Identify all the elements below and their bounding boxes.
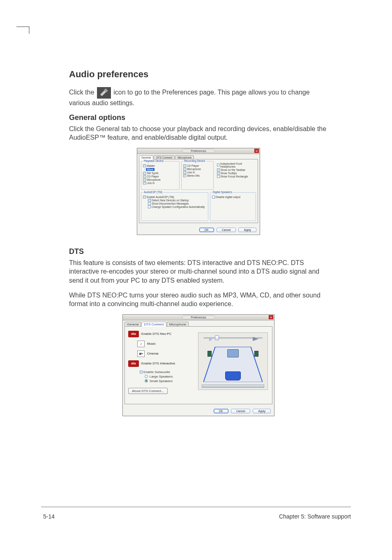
checkbox-recording-item[interactable]: Stereo Mix <box>183 174 212 177</box>
balance-slider[interactable] <box>203 335 263 340</box>
tabpanel-dts: dts Enable DTS Neo:PC ♪ Music ■• Cinema <box>125 326 272 404</box>
legend-audioesp: AudioESP (TM) <box>143 191 163 194</box>
paragraph-dts-1: This feature is consists of two elements… <box>69 258 328 285</box>
checkbox-change-speaker-config[interactable]: Change Speaker Configuration Automatical… <box>148 205 206 208</box>
window-title: Preferences <box>182 149 215 153</box>
checkbox-playback-item[interactable]: Master <box>143 164 178 167</box>
text-click-the: Click the <box>69 89 96 96</box>
about-dts-connect-button[interactable]: About DTS Connect... <box>128 388 168 394</box>
close-icon[interactable]: × <box>269 315 273 319</box>
tab-dts-connect[interactable]: DTS Connect <box>141 322 166 327</box>
slider-thumb[interactable] <box>215 335 219 340</box>
dts-neopc-icon: dts <box>128 331 139 337</box>
monitor-icon <box>227 349 239 357</box>
titlebar: Preferences × <box>123 315 274 320</box>
checkbox-playback-item[interactable]: Microphone <box>143 178 178 181</box>
preferences-dialog-1: Preferences × General DTS Connect Microp… <box>137 148 260 235</box>
checkbox-playback-item[interactable]: CD Player <box>143 175 178 178</box>
close-icon[interactable]: × <box>254 149 259 153</box>
figure-preferences-dts: Preferences × General DTS Connect Microp… <box>69 314 328 416</box>
preferences-dialog-2: Preferences × General DTS Connect Microp… <box>122 314 274 416</box>
window-title: Preferences <box>182 315 215 319</box>
label-enable-neo-pc: Enable DTS Neo:PC <box>141 332 171 336</box>
row-enable-interactive[interactable]: dts Enable DTS Interactive <box>128 360 194 367</box>
label-music: Music <box>147 342 156 346</box>
checkbox-display-option[interactable]: Show Focus Rectangle <box>217 175 255 178</box>
figure-preferences-general: Preferences × General DTS Connect Microp… <box>69 148 328 235</box>
checkbox-playback-item[interactable]: Wave <box>143 168 154 171</box>
row-cinema[interactable]: ■• Cinema <box>137 350 194 357</box>
group-digital-speakers: Digital Speakers Disable digital output <box>210 192 256 221</box>
apply-button[interactable]: Apply <box>238 228 256 232</box>
page-content: Audio preferences Click the icon to go t… <box>69 69 328 429</box>
radio-small-speakers[interactable]: Small Speakers <box>145 379 194 383</box>
page-number: 5-14 <box>43 513 55 520</box>
checkbox-enable-subwoofer[interactable]: Enable Subwoofer <box>140 370 194 374</box>
speaker-room-visual <box>198 332 268 390</box>
cancel-button[interactable]: Cancel <box>217 228 236 232</box>
checkbox-display-option[interactable]: Show on the Taskbar <box>217 168 255 171</box>
checkbox-playback-item[interactable]: Line In <box>143 182 178 184</box>
heading-general-options: General options <box>69 113 328 122</box>
group-display-options: Independent Front HeadphonesShow on the … <box>215 161 256 190</box>
row-music[interactable]: ♪ Music <box>137 341 194 347</box>
checkbox-detect-new-devices[interactable]: Detect New Devices on Startup <box>148 199 206 202</box>
checkbox-show-disconnection[interactable]: Show Disconnection Messages <box>148 202 206 205</box>
label-cinema: Cinema <box>147 352 159 355</box>
cancel-button[interactable]: Cancel <box>231 409 251 413</box>
label-enable-interactive: Enable DTS Interactive <box>141 362 175 365</box>
paragraph-click-icon: Click the icon to go to the Preferences … <box>69 87 328 108</box>
group-audioesp: AudioESP (TM) Enable AudioESP (TM) Detec… <box>141 192 208 221</box>
chapter-label: Chapter 5: Software support <box>279 513 351 520</box>
paragraph-dts-2: While DTS NEO:PC turns your stereo audio… <box>69 291 328 309</box>
dts-interactive-icon: dts <box>128 360 139 367</box>
music-icon: ♪ <box>137 341 145 347</box>
checkbox-recording-item[interactable]: Microphone <box>183 168 212 171</box>
legend-digital: Digital Speakers <box>212 191 233 194</box>
legend-playback: Playback Device <box>143 159 164 162</box>
footer-rule <box>41 507 351 507</box>
radio-large-speakers[interactable]: Large Speakers <box>145 375 194 378</box>
wedge-right-icon <box>253 337 258 341</box>
checkbox-enable-audioesp[interactable]: Enable AudioESP (TM) <box>143 196 206 198</box>
checkbox-disable-digital-output[interactable]: Disable digital output <box>212 196 254 198</box>
checkbox-recording-item[interactable]: Line In <box>183 171 212 174</box>
dialog-buttons: OK Cancel Apply <box>123 406 274 416</box>
ok-button[interactable]: OK <box>214 409 228 413</box>
checkbox-display-option[interactable]: Show Tooltips <box>217 172 255 175</box>
checkbox-recording-item[interactable]: CD Player <box>183 164 212 167</box>
heading-audio-preferences: Audio preferences <box>69 69 328 80</box>
ok-button[interactable]: OK <box>199 228 214 232</box>
speaker-right-icon <box>254 351 258 357</box>
tabs: General DTS Connect Microphone <box>123 320 274 327</box>
dialog-buttons: OK Cancel Apply <box>137 225 260 235</box>
tab-general[interactable]: General <box>139 155 153 159</box>
group-playback-device: Playback Device MasterWaveSW SynthCD Pla… <box>141 161 180 190</box>
checkbox-display-option[interactable]: Independent Front Headphones <box>217 162 255 168</box>
crop-marks <box>0 30 392 30</box>
apply-button[interactable]: Apply <box>253 409 271 413</box>
cinema-icon: ■• <box>137 350 145 357</box>
tabpanel-general: Playback Device MasterWaveSW SynthCD Pla… <box>139 159 258 223</box>
checkbox-playback-item[interactable]: SW Synth <box>143 172 178 175</box>
legend-recording: Recording Device <box>183 159 206 162</box>
seat-icon <box>225 371 241 380</box>
titlebar: Preferences × <box>137 148 260 154</box>
scroll-indicator <box>202 385 264 388</box>
speaker-left-icon <box>208 351 212 357</box>
heading-dts: DTS <box>69 247 328 256</box>
hammer-icon <box>97 87 111 99</box>
row-enable-neo-pc[interactable]: dts Enable DTS Neo:PC <box>128 331 194 337</box>
paragraph-general: Click the General tab to choose your pla… <box>69 124 328 142</box>
group-recording-device: Recording Device CD PlayerMicrophoneLine… <box>181 161 214 190</box>
page-footer: 5-14 Chapter 5: Software support <box>43 513 351 520</box>
